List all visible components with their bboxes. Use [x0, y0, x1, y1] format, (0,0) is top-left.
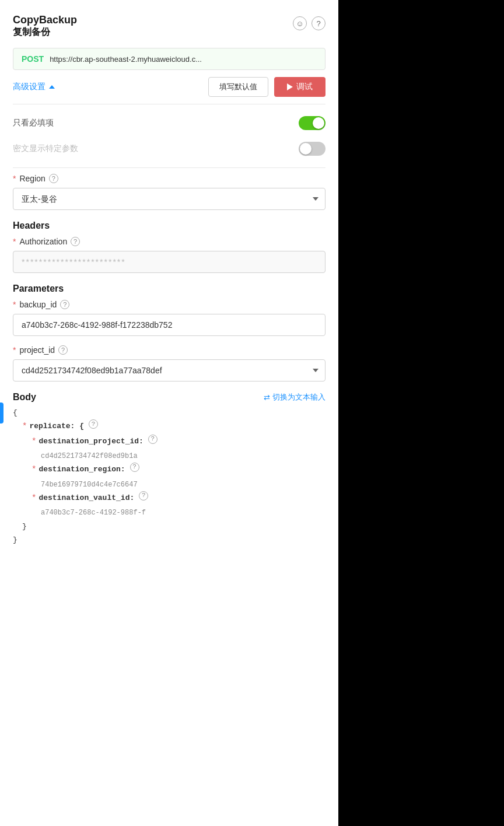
- region-select[interactable]: 亚太-曼谷 亚太-上海 亚太-北京: [13, 188, 326, 210]
- url-bar[interactable]: POST https://cbr.ap-southeast-2.myhuawei…: [13, 48, 326, 70]
- region-label-row: * Region ?: [13, 174, 326, 183]
- smile-icon[interactable]: ☺: [293, 16, 307, 30]
- backup-id-help-icon[interactable]: ?: [60, 300, 69, 309]
- headers-section-title: Headers: [13, 220, 326, 231]
- project-id-required-star: *: [13, 345, 16, 355]
- dest-proj-key: destination_project_id:: [38, 435, 143, 448]
- backup-id-input[interactable]: [13, 314, 326, 336]
- dest-region-key: destination_region:: [38, 463, 125, 476]
- region-help-icon[interactable]: ?: [49, 174, 58, 183]
- toggle-knob-off: [300, 143, 312, 155]
- backup-id-required-star: *: [13, 300, 16, 309]
- required-only-label: 只看必填项: [13, 118, 54, 128]
- app-subtitle: 复制备份: [13, 26, 77, 38]
- debug-label: 调试: [296, 82, 313, 92]
- body-dest-region-key-line: * destination_region: ?: [13, 463, 326, 477]
- dest-vault-value: a740b3c7-268c-4192-988f-f: [41, 509, 146, 517]
- secret-params-label: 密文显示特定参数: [13, 144, 78, 154]
- required-only-toggle[interactable]: [299, 116, 326, 130]
- help-icon-header[interactable]: ?: [312, 16, 326, 30]
- region-field-group: * Region ? 亚太-曼谷 亚太-上海 亚太-北京: [13, 174, 326, 210]
- body-open-brace: {: [13, 406, 326, 419]
- body-dest-region-value-line: 74be16979710d4c4e7c6647: [13, 478, 326, 492]
- fill-default-button[interactable]: 填写默认值: [208, 77, 268, 97]
- toggle-knob-on: [313, 117, 324, 129]
- body-section-header: Body ⇄ 切换为文本输入: [13, 392, 326, 402]
- project-id-label-row: * project_id ?: [13, 345, 326, 355]
- secret-params-toggle-row: 密文显示特定参数: [13, 136, 326, 162]
- dest-region-star: *: [32, 463, 36, 477]
- app-title: CopyBackup: [13, 14, 77, 26]
- body-dest-vault-value-line: a740b3c7-268c-4192-988f-f: [13, 506, 326, 520]
- play-icon: [287, 83, 293, 90]
- switch-icon: ⇄: [264, 393, 270, 402]
- body-code-block: { * replicate: { ? * destination_project…: [13, 406, 326, 547]
- dest-region-help-icon[interactable]: ?: [130, 463, 139, 472]
- chevron-up-icon: [49, 85, 55, 89]
- title-block: CopyBackup 复制备份: [13, 14, 77, 38]
- dest-vault-key: destination_vault_id:: [38, 491, 134, 505]
- project-id-select[interactable]: cd4d2521734742f08ed9b1a77aa78def: [13, 359, 326, 382]
- authorization-label: Authorization: [19, 237, 67, 246]
- actions-row: 高级设置 填写默认值 调试: [13, 77, 326, 97]
- body-replicate-line: * replicate: { ?: [13, 419, 326, 434]
- replicate-star: *: [22, 419, 27, 434]
- dest-vault-star: *: [32, 491, 36, 506]
- body-close-brace: }: [13, 533, 326, 547]
- body-inner-close-brace: }: [13, 520, 326, 533]
- body-section-title: Body: [13, 392, 36, 402]
- divider-2: [13, 167, 326, 168]
- project-id-help-icon[interactable]: ?: [58, 345, 68, 355]
- advanced-settings-toggle[interactable]: 高级设置: [13, 82, 55, 92]
- request-url: https://cbr.ap-southeast-2.myhuaweicloud…: [50, 55, 202, 64]
- authorization-field-group: * Authorization ?: [13, 237, 326, 273]
- replicate-help-icon[interactable]: ?: [89, 419, 98, 429]
- dest-proj-value: cd4d2521734742f08ed9b1a: [41, 452, 138, 460]
- project-id-field-group: * project_id ? cd4d2521734742f08ed9b1a77…: [13, 345, 326, 382]
- dest-proj-star: *: [32, 435, 36, 449]
- required-only-toggle-row: 只看必填项: [13, 110, 326, 136]
- header-row: CopyBackup 复制备份 ☺ ?: [13, 14, 326, 38]
- backup-id-label: backup_id: [19, 300, 57, 309]
- debug-button[interactable]: 调试: [274, 77, 326, 97]
- side-tab-indicator: [0, 402, 4, 424]
- switch-text-label: 切换为文本输入: [272, 392, 326, 402]
- authorization-input[interactable]: [13, 251, 326, 273]
- authorization-label-row: * Authorization ?: [13, 237, 326, 246]
- advanced-label: 高级设置: [13, 82, 46, 92]
- parameters-section-title: Parameters: [13, 284, 326, 294]
- dest-vault-help-icon[interactable]: ?: [139, 491, 148, 501]
- replicate-key: replicate: {: [29, 419, 84, 433]
- switch-to-text-button[interactable]: ⇄ 切换为文本输入: [264, 392, 326, 402]
- project-id-select-wrapper: cd4d2521734742f08ed9b1a77aa78def: [13, 359, 326, 382]
- body-dest-proj-value-line: cd4d2521734742f08ed9b1a: [13, 449, 326, 463]
- body-dest-proj-key-line: * destination_project_id: ?: [13, 435, 326, 449]
- body-dest-vault-key-line: * destination_vault_id: ?: [13, 491, 326, 506]
- backup-id-field-group: * backup_id ?: [13, 300, 326, 336]
- http-method: POST: [22, 54, 44, 64]
- header-icons: ☺ ?: [293, 16, 326, 30]
- region-label: Region: [19, 174, 45, 183]
- dest-region-value: 74be16979710d4c4e7c6647: [41, 481, 138, 489]
- divider-1: [13, 104, 326, 104]
- secret-params-toggle[interactable]: [299, 142, 326, 156]
- authorization-help-icon[interactable]: ?: [71, 237, 80, 246]
- region-required-star: *: [13, 174, 16, 183]
- dest-proj-help-icon[interactable]: ?: [148, 435, 158, 444]
- btn-group: 填写默认值 调试: [208, 77, 326, 97]
- main-panel: CopyBackup 复制备份 ☺ ? POST https://cbr.ap-…: [0, 0, 338, 826]
- project-id-label: project_id: [19, 345, 55, 355]
- backup-id-label-row: * backup_id ?: [13, 300, 326, 309]
- region-select-wrapper: 亚太-曼谷 亚太-上海 亚太-北京: [13, 188, 326, 210]
- authorization-required-star: *: [13, 237, 16, 246]
